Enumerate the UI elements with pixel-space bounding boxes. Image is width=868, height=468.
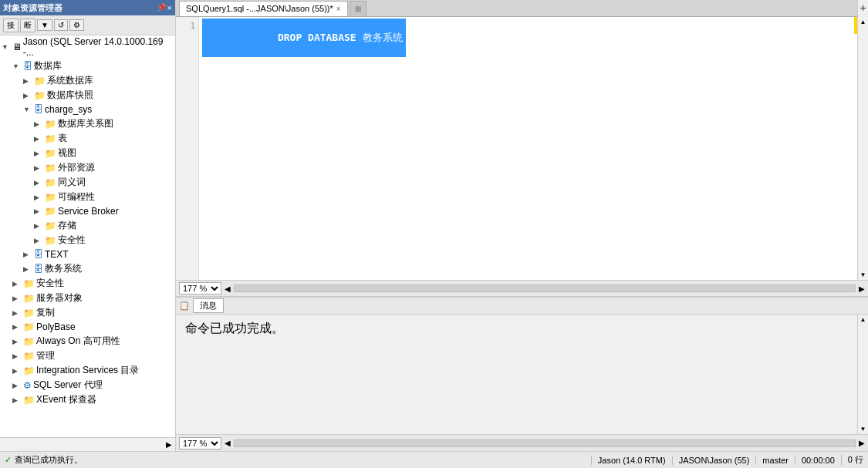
connect-btn[interactable]: 接 [3,19,19,32]
folder-icon-replication: 📁 [23,308,35,318]
scroll-left-btn[interactable]: ◀ [225,285,231,293]
status-user: JASON\Jason (55) [672,456,750,465]
system-db-label: 系统数据库 [47,74,93,87]
sql-keyword-drop: DROP DATABASE [278,32,363,43]
status-ok-icon: ✓ [5,455,12,465]
panel-title: 对象资源管理器 [3,2,62,14]
editor-area[interactable]: DROP DATABASE DROP DATABASE 教务系统教务系统 [199,17,857,280]
folder-icon-integration: 📁 [23,365,35,376]
security-charge-label: 安全性 [58,234,86,247]
tree-item-system-db[interactable]: ▶ 📁 系统数据库 [0,73,175,88]
result-scroll-right[interactable]: ▶ [859,439,865,447]
tree-container[interactable]: ▼ 🖥 Jason (SQL Server 14.0.1000.169 -...… [0,35,175,437]
synonyms-label: 同义词 [58,176,86,189]
service-broker-label: Service Broker [58,206,119,217]
sql-content: 教务系统 [363,32,403,43]
tree-item-programmability[interactable]: ▶ 📁 可编程性 [0,190,175,204]
external-label: 外部资源 [58,161,95,174]
tree-item-security-charge[interactable]: ▶ 📁 安全性 [0,233,175,247]
tab-extra[interactable]: ⊞ [350,1,366,16]
tree-item-text-db[interactable]: ▶ 🗄 TEXT [0,247,175,261]
tree-item-storage[interactable]: ▶ 📁 存储 [0,218,175,233]
tree-item-server-objects[interactable]: ▶ 📁 服务器对象 [0,291,175,305]
database-group-label: 数据库 [34,59,62,72]
tree-item-tables[interactable]: ▶ 📁 表 [0,131,175,146]
tree-item-db-snapshot[interactable]: ▶ 📁 数据库快照 [0,88,175,103]
folder-icon-management: 📁 [23,351,35,362]
tree-item-views[interactable]: ▶ 📁 视图 [0,146,175,160]
programmability-label: 可编程性 [58,190,95,204]
folder-icon-security: 📁 [23,278,35,289]
charge-sys-label: charge_sys [45,104,92,115]
plus-icon[interactable]: + [860,2,866,14]
scroll-right-btn[interactable]: ▶ [859,285,865,293]
panel-close-btn[interactable]: × [167,3,172,12]
tree-item-management[interactable]: ▶ 📁 管理 [0,348,175,363]
polybase-label: PolyBase [36,322,76,332]
status-time: 00:00:00 [795,456,835,465]
panel-pin-btn[interactable]: 📌 [157,3,166,12]
folder-icon-snapshot: 📁 [34,90,46,101]
tree-item-integration[interactable]: ▶ 📁 Integration Services 目录 [0,363,175,378]
tree-item-db-diagram[interactable]: ▶ 📁 数据库关系图 [0,116,175,131]
tree-item-polybase[interactable]: ▶ 📁 PolyBase [0,320,175,334]
folder-icon-views: 📁 [45,148,56,159]
agent-label: SQL Server 代理 [33,379,103,392]
tree-item-synonyms[interactable]: ▶ 📁 同义词 [0,175,175,190]
server-icon: 🖥 [12,42,22,52]
filter-btn[interactable]: ▼ [37,19,52,31]
database-group-icon: 🗄 [23,61,32,72]
folder-icon-always-on: 📁 [23,336,35,347]
scroll-up-arrow[interactable]: ▲ [859,17,868,27]
tab-query-label: SQLQuery1.sql -...JASON\Jason (55))* [186,4,333,13]
results-tab-messages[interactable]: 消息 [193,298,224,313]
security-label: 安全性 [36,277,64,290]
status-database: master [755,456,789,465]
tree-item-xevent[interactable]: ▶ 📁 XEvent 探查器 [0,392,175,407]
tree-item-charge-sys[interactable]: ▼ 🗄 charge_sys [0,103,175,116]
status-bar: ✓ ✓ 查询已成功执行。 查询已成功执行。 Jason (14.0 RTM) J… [0,451,868,468]
results-tab-icon: 📋 [179,301,190,311]
tree-item-server[interactable]: ▼ 🖥 Jason (SQL Server 14.0.1000.169 -... [0,35,175,59]
result-scroll-down[interactable]: ▼ [859,424,868,434]
properties-btn[interactable]: ⚙ [69,19,84,31]
result-scroll-up[interactable]: ▲ [859,315,868,325]
folder-icon-prog: 📁 [45,192,56,203]
tree-item-replication[interactable]: ▶ 📁 复制 [0,305,175,320]
scroll-down-arrow[interactable]: ▼ [859,270,868,280]
server-label: Jason (SQL Server 14.0.1000.169 -... [23,36,174,58]
disconnect-btn[interactable]: 断 [20,19,35,32]
folder-icon-sec-charge: 📁 [45,235,56,246]
db-icon-text: 🗄 [34,249,43,260]
status-rows: 0 行 [841,454,863,466]
replication-label: 复制 [36,306,55,319]
db-diagram-label: 数据库关系图 [58,117,113,130]
tree-item-security[interactable]: ▶ 📁 安全性 [0,276,175,291]
status-message: 查询已成功执行。 [15,454,83,466]
integration-label: Integration Services 目录 [36,364,139,377]
refresh-btn[interactable]: ↺ [54,19,68,31]
zoom-select[interactable]: 177 % 100 % 150 % [179,282,221,295]
db-icon-charge: 🗄 [34,104,43,115]
tree-item-external[interactable]: ▶ 📁 外部资源 [0,160,175,175]
tree-item-always-on[interactable]: ▶ 📁 Always On 高可用性 [0,334,175,348]
tab-close-btn[interactable]: × [336,5,341,13]
expand-arrow[interactable]: ▶ [166,440,172,449]
line-number-1: 1 [176,17,198,34]
db-icon-jwxt: 🗄 [34,264,43,274]
tab-extra-icon: ⊞ [355,5,361,13]
tab-query[interactable]: SQLQuery1.sql -...JASON\Jason (55))* × [179,1,348,16]
folder-icon: 📁 [34,76,46,86]
tree-item-agent[interactable]: ▶ ⚙ SQL Server 代理 [0,378,175,392]
tree-item-jwxt-db[interactable]: ▶ 🗄 教务系统 [0,261,175,276]
storage-label: 存储 [58,219,76,232]
jwxt-db-label: 教务系统 [45,262,82,275]
tree-item-service-broker[interactable]: ▶ 📁 Service Broker [0,204,175,218]
results-zoom-select[interactable]: 177 % 100 % [179,437,221,449]
management-label: 管理 [36,349,55,362]
folder-icon-synonyms: 📁 [45,177,56,188]
result-scroll-left[interactable]: ◀ [225,439,231,447]
server-objects-label: 服务器对象 [36,291,83,305]
tables-label: 表 [58,132,67,145]
tree-item-databases[interactable]: ▼ 🗄 数据库 [0,59,175,73]
